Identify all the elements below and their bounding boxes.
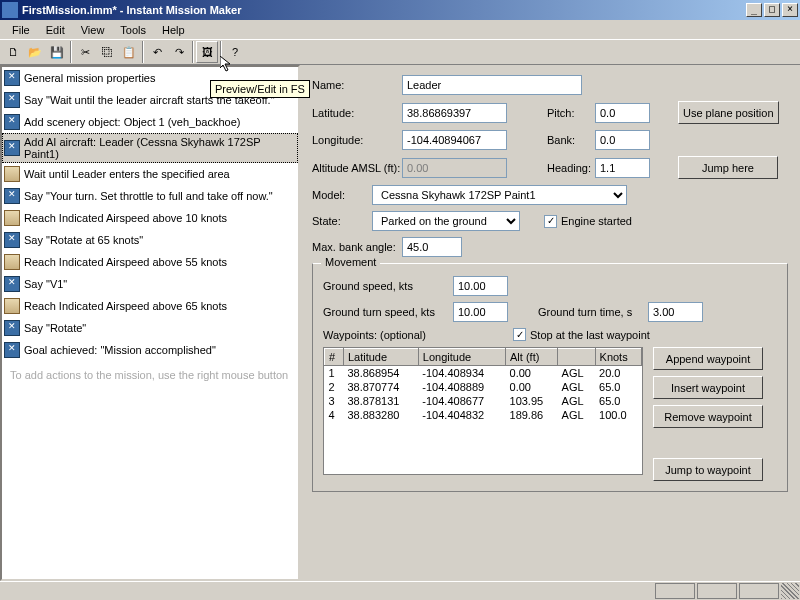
maximize-button[interactable]: □ <box>764 3 780 17</box>
column-header[interactable]: Knots <box>595 349 641 366</box>
menu-view[interactable]: View <box>73 22 113 38</box>
state-select[interactable]: Parked on the ground <box>372 211 520 231</box>
action-text: Say "Your turn. Set throttle to full and… <box>24 190 273 202</box>
action-icon <box>4 188 20 204</box>
action-icon <box>4 70 20 86</box>
action-text: Reach Indicated Airspeed above 10 knots <box>24 212 227 224</box>
waypoints-label: Waypoints: (optional) <box>323 329 453 341</box>
table-row[interactable]: 138.868954-104.4089340.00AGL20.0 <box>325 366 642 381</box>
open-icon[interactable]: 📂 <box>24 41 46 63</box>
menubar: File Edit View Tools Help <box>0 20 800 39</box>
action-text: Goal achieved: "Mission accomplished" <box>24 344 216 356</box>
movement-title: Movement <box>321 256 380 268</box>
engine-started-checkbox[interactable]: ✓Engine started <box>544 215 632 228</box>
longitude-label: Longitude: <box>312 134 402 146</box>
preview-icon[interactable]: 🖼 <box>196 41 218 63</box>
movement-group: Movement Ground speed, kts Ground turn s… <box>312 263 788 492</box>
resize-grip-icon[interactable] <box>781 583 799 599</box>
action-list[interactable]: General mission propertiesSay "Wait unti… <box>0 65 300 581</box>
action-item[interactable]: Say "Your turn. Set throttle to full and… <box>2 185 298 207</box>
action-icon <box>4 210 20 226</box>
altitude-label: Altitude AMSL (ft): <box>312 162 402 174</box>
statusbar <box>0 581 800 600</box>
latitude-input[interactable] <box>402 103 507 123</box>
state-label: State: <box>312 215 372 227</box>
table-row[interactable]: 338.878131-104.408677103.95AGL65.0 <box>325 394 642 408</box>
stop-last-waypoint-checkbox[interactable]: ✓Stop at the last waypoint <box>513 328 650 341</box>
action-item[interactable]: Say "Rotate" <box>2 317 298 339</box>
latitude-label: Latitude: <box>312 107 402 119</box>
redo-icon[interactable]: ↷ <box>168 41 190 63</box>
undo-icon[interactable]: ↶ <box>146 41 168 63</box>
pitch-input[interactable] <box>595 103 650 123</box>
action-icon <box>4 320 20 336</box>
action-item[interactable]: Reach Indicated Airspeed above 65 knots <box>2 295 298 317</box>
action-item[interactable]: Wait until Leader enters the specified a… <box>2 163 298 185</box>
use-plane-position-button[interactable]: Use plane position <box>678 101 779 124</box>
ground-speed-input[interactable] <box>453 276 508 296</box>
maxbank-label: Max. bank angle: <box>312 241 402 253</box>
column-header[interactable]: # <box>325 349 344 366</box>
action-icon <box>4 114 20 130</box>
ground-turn-speed-input[interactable] <box>453 302 508 322</box>
column-header[interactable]: Alt (ft) <box>506 349 558 366</box>
new-icon[interactable]: 🗋 <box>2 41 24 63</box>
copy-icon[interactable]: ⿻ <box>96 41 118 63</box>
properties-panel: Name: Latitude: Pitch: Use plane positio… <box>300 65 800 581</box>
longitude-input[interactable] <box>402 130 507 150</box>
menu-help[interactable]: Help <box>154 22 193 38</box>
action-item[interactable]: Say "Rotate at 65 knots" <box>2 229 298 251</box>
cut-icon[interactable]: ✂ <box>74 41 96 63</box>
ground-turn-time-input[interactable] <box>648 302 703 322</box>
action-item[interactable]: Goal achieved: "Mission accomplished" <box>2 339 298 361</box>
menu-tools[interactable]: Tools <box>112 22 154 38</box>
action-item[interactable]: Say "V1" <box>2 273 298 295</box>
column-header[interactable]: Latitude <box>343 349 418 366</box>
hint-text: To add actions to the mission, use the r… <box>2 361 298 389</box>
help-icon[interactable]: ? <box>224 41 246 63</box>
column-header[interactable]: Longitude <box>418 349 505 366</box>
window-title: FirstMission.imm* - Instant Mission Make… <box>22 4 744 16</box>
minimize-button[interactable]: _ <box>746 3 762 17</box>
action-icon <box>4 254 20 270</box>
pitch-label: Pitch: <box>547 107 595 119</box>
action-icon <box>4 342 20 358</box>
action-icon <box>4 276 20 292</box>
insert-waypoint-button[interactable]: Insert waypoint <box>653 376 763 399</box>
ground-turn-time-label: Ground turn time, s <box>538 306 648 318</box>
menu-edit[interactable]: Edit <box>38 22 73 38</box>
heading-input[interactable] <box>595 158 650 178</box>
action-text: Wait until Leader enters the specified a… <box>24 168 230 180</box>
menu-file[interactable]: File <box>4 22 38 38</box>
heading-label: Heading: <box>547 162 595 174</box>
action-item[interactable]: Add AI aircraft: Leader (Cessna Skyhawk … <box>2 133 298 163</box>
toolbar: 🗋 📂 💾 ✂ ⿻ 📋 ↶ ↷ 🖼 ? <box>0 39 800 65</box>
bank-input[interactable] <box>595 130 650 150</box>
waypoint-table[interactable]: #LatitudeLongitudeAlt (ft)Knots138.86895… <box>323 347 643 475</box>
name-input[interactable] <box>402 75 582 95</box>
action-icon <box>4 140 20 156</box>
remove-waypoint-button[interactable]: Remove waypoint <box>653 405 763 428</box>
column-header[interactable] <box>558 349 596 366</box>
name-label: Name: <box>312 79 402 91</box>
action-item[interactable]: Reach Indicated Airspeed above 10 knots <box>2 207 298 229</box>
model-select[interactable]: Cessna Skyhawk 172SP Paint1 <box>372 185 627 205</box>
action-text: Say "Rotate at 65 knots" <box>24 234 143 246</box>
action-text: General mission properties <box>24 72 155 84</box>
maxbank-input[interactable] <box>402 237 462 257</box>
table-row[interactable]: 238.870774-104.4088890.00AGL65.0 <box>325 380 642 394</box>
action-icon <box>4 232 20 248</box>
action-text: Say "V1" <box>24 278 67 290</box>
jump-to-waypoint-button[interactable]: Jump to waypoint <box>653 458 763 481</box>
tooltip: Preview/Edit in FS <box>210 80 310 98</box>
jump-here-button[interactable]: Jump here <box>678 156 778 179</box>
append-waypoint-button[interactable]: Append waypoint <box>653 347 763 370</box>
action-text: Reach Indicated Airspeed above 55 knots <box>24 256 227 268</box>
action-item[interactable]: Reach Indicated Airspeed above 55 knots <box>2 251 298 273</box>
table-row[interactable]: 438.883280-104.404832189.86AGL100.0 <box>325 408 642 422</box>
altitude-input <box>402 158 507 178</box>
save-icon[interactable]: 💾 <box>46 41 68 63</box>
action-item[interactable]: Add scenery object: Object 1 (veh_backho… <box>2 111 298 133</box>
close-button[interactable]: × <box>782 3 798 17</box>
paste-icon[interactable]: 📋 <box>118 41 140 63</box>
